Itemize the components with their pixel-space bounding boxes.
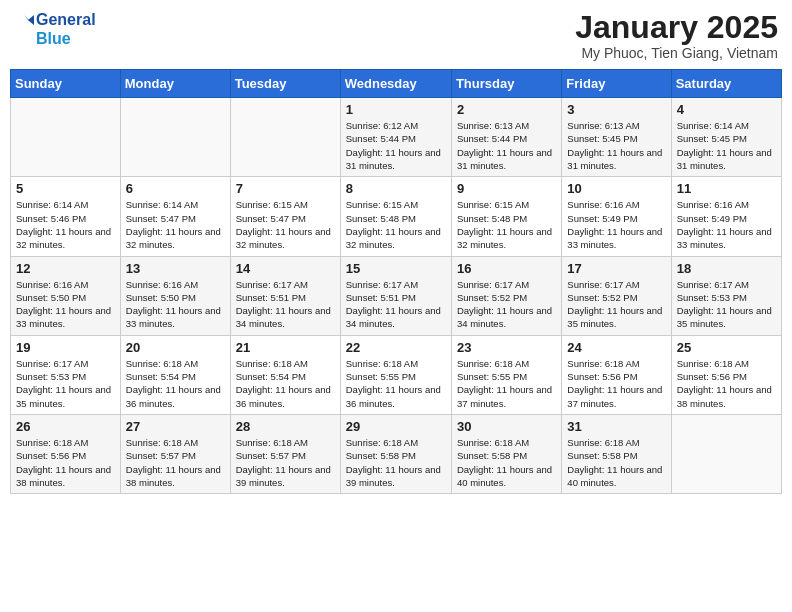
day-number: 27 xyxy=(126,419,225,434)
day-info: Sunrise: 6:17 AM Sunset: 5:52 PM Dayligh… xyxy=(567,278,665,331)
month-title: January 2025 xyxy=(575,10,778,45)
calendar-week-row: 12Sunrise: 6:16 AM Sunset: 5:50 PM Dayli… xyxy=(11,256,782,335)
calendar-cell: 25Sunrise: 6:18 AM Sunset: 5:56 PM Dayli… xyxy=(671,335,781,414)
calendar-cell: 22Sunrise: 6:18 AM Sunset: 5:55 PM Dayli… xyxy=(340,335,451,414)
calendar-cell: 28Sunrise: 6:18 AM Sunset: 5:57 PM Dayli… xyxy=(230,414,340,493)
day-info: Sunrise: 6:14 AM Sunset: 5:45 PM Dayligh… xyxy=(677,119,776,172)
day-info: Sunrise: 6:16 AM Sunset: 5:50 PM Dayligh… xyxy=(126,278,225,331)
calendar-cell: 7Sunrise: 6:15 AM Sunset: 5:47 PM Daylig… xyxy=(230,177,340,256)
day-info: Sunrise: 6:18 AM Sunset: 5:55 PM Dayligh… xyxy=(457,357,556,410)
day-info: Sunrise: 6:18 AM Sunset: 5:58 PM Dayligh… xyxy=(346,436,446,489)
title-block: January 2025 My Phuoc, Tien Giang, Vietn… xyxy=(575,10,778,61)
calendar-cell: 27Sunrise: 6:18 AM Sunset: 5:57 PM Dayli… xyxy=(120,414,230,493)
weekday-header-friday: Friday xyxy=(562,70,671,98)
calendar-cell: 11Sunrise: 6:16 AM Sunset: 5:49 PM Dayli… xyxy=(671,177,781,256)
calendar-cell: 29Sunrise: 6:18 AM Sunset: 5:58 PM Dayli… xyxy=(340,414,451,493)
day-number: 9 xyxy=(457,181,556,196)
calendar-cell: 15Sunrise: 6:17 AM Sunset: 5:51 PM Dayli… xyxy=(340,256,451,335)
calendar-cell: 30Sunrise: 6:18 AM Sunset: 5:58 PM Dayli… xyxy=(451,414,561,493)
day-info: Sunrise: 6:18 AM Sunset: 5:58 PM Dayligh… xyxy=(567,436,665,489)
calendar-cell: 4Sunrise: 6:14 AM Sunset: 5:45 PM Daylig… xyxy=(671,98,781,177)
calendar-cell: 9Sunrise: 6:15 AM Sunset: 5:48 PM Daylig… xyxy=(451,177,561,256)
day-info: Sunrise: 6:18 AM Sunset: 5:56 PM Dayligh… xyxy=(16,436,115,489)
calendar-cell xyxy=(230,98,340,177)
day-number: 2 xyxy=(457,102,556,117)
calendar-cell: 16Sunrise: 6:17 AM Sunset: 5:52 PM Dayli… xyxy=(451,256,561,335)
logo: General Blue xyxy=(14,10,96,48)
weekday-header-row: SundayMondayTuesdayWednesdayThursdayFrid… xyxy=(11,70,782,98)
calendar-cell: 3Sunrise: 6:13 AM Sunset: 5:45 PM Daylig… xyxy=(562,98,671,177)
day-number: 31 xyxy=(567,419,665,434)
calendar-cell xyxy=(11,98,121,177)
day-info: Sunrise: 6:15 AM Sunset: 5:47 PM Dayligh… xyxy=(236,198,335,251)
day-number: 30 xyxy=(457,419,556,434)
day-info: Sunrise: 6:18 AM Sunset: 5:56 PM Dayligh… xyxy=(567,357,665,410)
logo-general: General xyxy=(36,10,96,29)
weekday-header-sunday: Sunday xyxy=(11,70,121,98)
day-number: 8 xyxy=(346,181,446,196)
calendar-cell: 20Sunrise: 6:18 AM Sunset: 5:54 PM Dayli… xyxy=(120,335,230,414)
day-number: 18 xyxy=(677,261,776,276)
day-number: 29 xyxy=(346,419,446,434)
day-number: 16 xyxy=(457,261,556,276)
day-info: Sunrise: 6:15 AM Sunset: 5:48 PM Dayligh… xyxy=(346,198,446,251)
day-number: 24 xyxy=(567,340,665,355)
calendar-cell: 10Sunrise: 6:16 AM Sunset: 5:49 PM Dayli… xyxy=(562,177,671,256)
calendar-cell: 26Sunrise: 6:18 AM Sunset: 5:56 PM Dayli… xyxy=(11,414,121,493)
location-subtitle: My Phuoc, Tien Giang, Vietnam xyxy=(575,45,778,61)
day-info: Sunrise: 6:17 AM Sunset: 5:52 PM Dayligh… xyxy=(457,278,556,331)
day-number: 5 xyxy=(16,181,115,196)
day-number: 23 xyxy=(457,340,556,355)
weekday-header-wednesday: Wednesday xyxy=(340,70,451,98)
day-info: Sunrise: 6:18 AM Sunset: 5:54 PM Dayligh… xyxy=(236,357,335,410)
weekday-header-tuesday: Tuesday xyxy=(230,70,340,98)
calendar-cell xyxy=(120,98,230,177)
day-info: Sunrise: 6:18 AM Sunset: 5:57 PM Dayligh… xyxy=(236,436,335,489)
calendar-cell: 19Sunrise: 6:17 AM Sunset: 5:53 PM Dayli… xyxy=(11,335,121,414)
day-number: 28 xyxy=(236,419,335,434)
calendar-cell: 14Sunrise: 6:17 AM Sunset: 5:51 PM Dayli… xyxy=(230,256,340,335)
day-info: Sunrise: 6:17 AM Sunset: 5:51 PM Dayligh… xyxy=(236,278,335,331)
day-info: Sunrise: 6:18 AM Sunset: 5:56 PM Dayligh… xyxy=(677,357,776,410)
day-number: 14 xyxy=(236,261,335,276)
day-info: Sunrise: 6:18 AM Sunset: 5:55 PM Dayligh… xyxy=(346,357,446,410)
calendar-cell: 23Sunrise: 6:18 AM Sunset: 5:55 PM Dayli… xyxy=(451,335,561,414)
day-info: Sunrise: 6:18 AM Sunset: 5:57 PM Dayligh… xyxy=(126,436,225,489)
page-header: General Blue January 2025 My Phuoc, Tien… xyxy=(10,10,782,61)
svg-marker-1 xyxy=(28,15,34,25)
calendar-cell: 8Sunrise: 6:15 AM Sunset: 5:48 PM Daylig… xyxy=(340,177,451,256)
day-info: Sunrise: 6:18 AM Sunset: 5:54 PM Dayligh… xyxy=(126,357,225,410)
calendar-cell: 12Sunrise: 6:16 AM Sunset: 5:50 PM Dayli… xyxy=(11,256,121,335)
day-info: Sunrise: 6:13 AM Sunset: 5:44 PM Dayligh… xyxy=(457,119,556,172)
day-info: Sunrise: 6:16 AM Sunset: 5:49 PM Dayligh… xyxy=(677,198,776,251)
day-number: 12 xyxy=(16,261,115,276)
weekday-header-thursday: Thursday xyxy=(451,70,561,98)
day-number: 22 xyxy=(346,340,446,355)
day-number: 10 xyxy=(567,181,665,196)
day-info: Sunrise: 6:17 AM Sunset: 5:53 PM Dayligh… xyxy=(16,357,115,410)
logo-blue: Blue xyxy=(36,29,96,48)
logo-bird-icon xyxy=(14,11,36,47)
calendar-cell: 1Sunrise: 6:12 AM Sunset: 5:44 PM Daylig… xyxy=(340,98,451,177)
day-number: 20 xyxy=(126,340,225,355)
day-number: 4 xyxy=(677,102,776,117)
day-number: 26 xyxy=(16,419,115,434)
calendar-table: SundayMondayTuesdayWednesdayThursdayFrid… xyxy=(10,69,782,494)
calendar-cell: 13Sunrise: 6:16 AM Sunset: 5:50 PM Dayli… xyxy=(120,256,230,335)
day-info: Sunrise: 6:14 AM Sunset: 5:47 PM Dayligh… xyxy=(126,198,225,251)
calendar-week-row: 19Sunrise: 6:17 AM Sunset: 5:53 PM Dayli… xyxy=(11,335,782,414)
day-info: Sunrise: 6:13 AM Sunset: 5:45 PM Dayligh… xyxy=(567,119,665,172)
day-info: Sunrise: 6:15 AM Sunset: 5:48 PM Dayligh… xyxy=(457,198,556,251)
day-info: Sunrise: 6:12 AM Sunset: 5:44 PM Dayligh… xyxy=(346,119,446,172)
calendar-week-row: 26Sunrise: 6:18 AM Sunset: 5:56 PM Dayli… xyxy=(11,414,782,493)
day-number: 13 xyxy=(126,261,225,276)
calendar-cell: 31Sunrise: 6:18 AM Sunset: 5:58 PM Dayli… xyxy=(562,414,671,493)
calendar-week-row: 1Sunrise: 6:12 AM Sunset: 5:44 PM Daylig… xyxy=(11,98,782,177)
day-number: 1 xyxy=(346,102,446,117)
day-info: Sunrise: 6:16 AM Sunset: 5:50 PM Dayligh… xyxy=(16,278,115,331)
day-info: Sunrise: 6:18 AM Sunset: 5:58 PM Dayligh… xyxy=(457,436,556,489)
calendar-cell: 17Sunrise: 6:17 AM Sunset: 5:52 PM Dayli… xyxy=(562,256,671,335)
day-number: 3 xyxy=(567,102,665,117)
day-number: 11 xyxy=(677,181,776,196)
calendar-cell xyxy=(671,414,781,493)
